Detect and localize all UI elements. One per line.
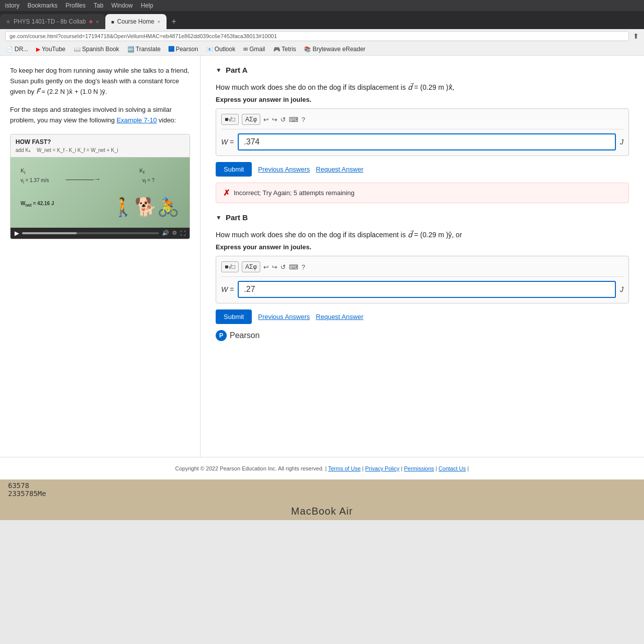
part-b-input[interactable] [238, 281, 616, 298]
progress-bar[interactable] [22, 232, 159, 234]
bookmark-spanish[interactable]: 📖 Spanish Book [72, 45, 121, 54]
menu-item-window[interactable]: Window [111, 2, 133, 9]
settings-icon[interactable]: ⚙ [172, 230, 177, 236]
part-b-undo-icon[interactable]: ↩ [263, 263, 269, 271]
bookmark-icon-youtube: ▶ [36, 46, 40, 53]
notes-text-1: 63578 [8, 481, 636, 490]
bookmark-icon-spanish: 📖 [74, 46, 81, 53]
part-a-request-answer-link[interactable]: Request Answer [316, 166, 364, 173]
part-a-input[interactable] [238, 133, 616, 150]
part-a-undo-icon[interactable]: ↩ [263, 116, 269, 123]
part-b-answer-box: ■√□ ΑΣφ ↩ ↪ ↺ ⌨ ? W = J [216, 256, 629, 303]
part-b-submit-button[interactable]: Submit [216, 309, 252, 324]
footer-terms-link[interactable]: Terms of Use [328, 465, 361, 471]
bookmark-youtube[interactable]: ▶ YouTube [34, 45, 67, 54]
video-arrow: ————→ [66, 175, 101, 183]
part-a-matrix-btn[interactable]: ■√□ [221, 114, 239, 125]
pearson-logo-icon: P [216, 330, 227, 341]
part-b-keyboard-icon[interactable]: ⌨ [289, 263, 298, 271]
tab-close-active[interactable]: × [157, 19, 160, 25]
bookmark-icon-tetris: 🎮 [273, 46, 280, 53]
part-a-header[interactable]: ▼ Part A [216, 66, 629, 74]
fullscreen-icon[interactable]: ⛶ [180, 230, 186, 236]
pearson-logo-text: Pearson [230, 331, 260, 340]
part-b-input-prefix: W = [221, 285, 234, 293]
volume-icon[interactable]: 🔊 [162, 230, 169, 236]
tab-bar: ⚛ PHYS 1401-TD - 8b Collab ✚ × ■ Course … [0, 11, 644, 29]
part-b-question: How much work does she do on the dog if … [216, 230, 629, 240]
part-b-prev-answers-link[interactable]: Previous Answers [258, 313, 309, 320]
bookmark-gmail[interactable]: ✉ Gmail [241, 45, 267, 54]
part-b-help-icon[interactable]: ? [301, 263, 305, 271]
part-a-refresh-icon[interactable]: ↺ [280, 116, 286, 123]
menu-item-profiles[interactable]: Profiles [66, 2, 86, 9]
menu-item-help[interactable]: Help [141, 2, 153, 9]
bookmark-label-dr: DR... [15, 46, 28, 53]
part-b-symbol-btn[interactable]: ΑΣφ [242, 261, 260, 272]
video-caption-wnet: Wnet = 42.16 J [21, 201, 54, 208]
part-a-symbol-btn[interactable]: ΑΣφ [242, 114, 260, 125]
part-b-redo-icon[interactable]: ↪ [272, 263, 277, 271]
video-caption-kf: Kf [139, 168, 144, 175]
error-x-icon: ✗ [223, 188, 230, 198]
tab-inactive[interactable]: ⚛ PHYS 1401-TD - 8b Collab ✚ × [0, 14, 105, 29]
footer-contact-link[interactable]: Contact Us [438, 465, 465, 471]
video-header: HOW FAST? add K₁ W_net = K_f - K_i K_f =… [11, 134, 190, 157]
menu-item-history[interactable]: istory [5, 2, 20, 9]
part-a-label: Part A [226, 66, 248, 74]
part-a-submit-button[interactable]: Submit [216, 162, 252, 177]
bookmark-label-pearson: Pearson [176, 46, 198, 53]
part-b-unit: J [620, 285, 623, 293]
bookmark-icon-dr: 📄 [6, 46, 13, 53]
tab-favicon-inactive: ⚛ [6, 19, 11, 25]
taskbar-bottom: MacBook Air [0, 503, 644, 520]
part-a-redo-icon[interactable]: ↪ [272, 116, 277, 123]
footer-copyright: Copyright © 2022 Pearson Education Inc. … [175, 465, 324, 471]
part-b-request-answer-link[interactable]: Request Answer [316, 313, 364, 320]
new-tab-button[interactable]: + [167, 14, 181, 29]
bookmark-label-outlook: Outlook [215, 46, 235, 53]
tab-active-label: Course Home [117, 18, 154, 25]
address-text[interactable]: ge.com/course.html?courseId=17194718&Ope… [5, 31, 629, 41]
part-b-label: Part B [226, 213, 248, 222]
macbook-label: MacBook Air [291, 506, 353, 517]
part-b-input-row: W = J [221, 281, 623, 298]
part-a-keyboard-icon[interactable]: ⌨ [289, 116, 298, 123]
menu-item-tab[interactable]: Tab [94, 2, 103, 9]
part-a-prev-answers-link[interactable]: Previous Answers [258, 166, 309, 173]
part-b-header[interactable]: ▼ Part B [216, 213, 629, 222]
tab-active[interactable]: ■ Course Home × [105, 14, 167, 29]
play-button[interactable]: ▶ [15, 230, 19, 237]
part-a-help-icon[interactable]: ? [301, 116, 305, 123]
footer-privacy-link[interactable]: Privacy Policy [365, 465, 399, 471]
bookmark-icon-pearson: 🅿 [169, 46, 174, 52]
bookmark-label-spanish: Spanish Book [82, 46, 119, 53]
menu-item-bookmarks[interactable]: Bookmarks [28, 2, 58, 9]
notes-text-2: 2335785Me [8, 490, 636, 498]
bookmark-pearson[interactable]: 🅿 Pearson [167, 45, 200, 54]
bookmark-brytewave[interactable]: 📚 Brytewave eReader [302, 45, 367, 54]
progress-fill [22, 232, 77, 234]
part-b-matrix-btn[interactable]: ■√□ [221, 261, 239, 272]
video-equations: add K₁ W_net = K_f - K_i K_f = W_net + K… [16, 147, 185, 153]
part-a-action-row: Submit Previous Answers Request Answer [216, 162, 629, 177]
share-icon[interactable]: ⬆ [633, 32, 639, 40]
tab-favicon-active: ■ [111, 19, 114, 25]
footer: Copyright © 2022 Pearson Education Inc. … [0, 457, 644, 479]
bookmark-outlook[interactable]: 📧 Outlook [204, 45, 237, 54]
footer-permissions-link[interactable]: Permissions [404, 465, 434, 471]
page-content: To keep her dog from running away while … [0, 56, 644, 457]
tab-close-inactive[interactable]: × [96, 19, 99, 25]
bookmark-dr[interactable]: 📄 DR... [4, 45, 30, 54]
part-a-answer-box: ■√□ ΑΣφ ↩ ↪ ↺ ⌨ ? W = J [216, 108, 629, 156]
part-a-error-box: ✗ Incorrect; Try Again; 5 attempts remai… [216, 183, 629, 203]
bookmark-tetris[interactable]: 🎮 Tetris [271, 45, 298, 54]
video-caption-vi: vi = 1.37 m/s [21, 178, 49, 185]
example-link[interactable]: Example 7-10 [116, 116, 156, 124]
video-box: HOW FAST? add K₁ W_net = K_f - K_i K_f =… [10, 134, 190, 239]
address-bar: ge.com/course.html?courseId=17194718&Ope… [0, 29, 644, 43]
bookmark-translate[interactable]: 🔤 Translate [125, 45, 163, 54]
part-b-refresh-icon[interactable]: ↺ [280, 263, 286, 271]
bookmark-icon-translate: 🔤 [127, 46, 134, 53]
video-controls[interactable]: ▶ 🔊 ⚙ ⛶ [11, 228, 190, 239]
